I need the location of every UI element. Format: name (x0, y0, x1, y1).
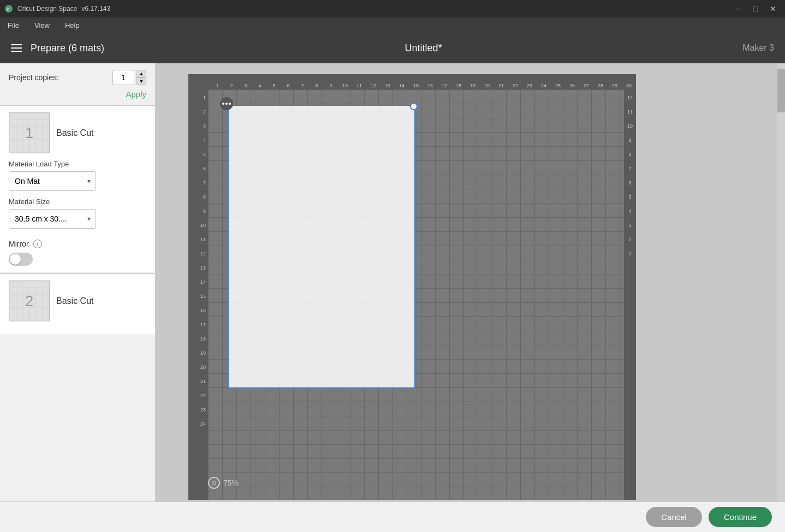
material-load-type-label: Material Load Type (9, 160, 146, 168)
ruler-num-11: 11 (352, 83, 366, 88)
scroll-area[interactable]: 1 ↓ Basic Cut Material Load Type On Mat … (0, 106, 155, 501)
ruler-num-24: 24 (537, 83, 551, 88)
ruler-num-21: 21 (494, 83, 508, 88)
dot-2 (225, 103, 228, 105)
ruler-num-2: 2 (224, 83, 239, 88)
zoom-icon[interactable]: ⊖ (208, 477, 220, 489)
mirror-label: Mirror (9, 240, 29, 248)
stepper-down-button[interactable]: ▼ (136, 77, 146, 85)
apply-button[interactable]: Apply (126, 89, 146, 99)
hamburger-menu-icon[interactable] (11, 44, 22, 52)
zoom-indicator: ⊖ 75% (208, 477, 239, 489)
mat-thumbnail-1[interactable]: 1 ↓ (9, 112, 50, 153)
project-title: Untitled* (405, 43, 442, 54)
canvas-area: cricut 1 2 3 4 5 6 7 8 9 10 11 12 13 14 (156, 63, 785, 501)
mat-thumbnail-arrow: ↓ (28, 145, 31, 151)
machine-label: Maker 3 (742, 43, 774, 53)
app-header: Prepare (6 mats) Untitled* Maker 3 (0, 33, 785, 63)
material-size-label: Material Size (9, 198, 146, 206)
ruler-num-9: 9 (324, 83, 338, 88)
ruler-num-10: 10 (338, 83, 352, 88)
mat-canvas-wrapper: cricut 1 2 3 4 5 6 7 8 9 10 11 12 13 14 (188, 74, 636, 500)
mirror-info-icon[interactable]: i (33, 240, 42, 248)
ruler-num-4: 4 (253, 83, 267, 88)
ruler-num-28: 28 (593, 83, 608, 88)
menu-bar: File View Help (0, 17, 785, 33)
mat-card-1: 1 ↓ Basic Cut Material Load Type On Mat … (0, 106, 155, 272)
ruler-top: 1 2 3 4 5 6 7 8 9 10 11 12 13 14 15 16 1 (188, 74, 636, 89)
menu-help[interactable]: Help (62, 20, 83, 31)
ruler-num-17: 17 (437, 83, 451, 88)
mat-number-1: 1 (25, 124, 34, 142)
svg-text:c: c (7, 7, 9, 12)
cut-handle-tr[interactable] (410, 103, 418, 110)
ruler-num-12: 12 (366, 83, 380, 88)
app-name: Cricut Design Space (17, 5, 77, 13)
grid-area (208, 89, 624, 500)
mat-card-2: 2 ↓ Basic Cut (0, 274, 155, 334)
ruler-num-30: 30 (622, 83, 636, 88)
mat-thumbnail-arrow-2: ↓ (28, 313, 31, 319)
main-layout: Project copies: ▲ ▼ Apply 1 ↓ (0, 63, 785, 501)
ruler-num-27: 27 (579, 83, 593, 88)
mat-canvas: cricut 1 2 3 4 5 6 7 8 9 10 11 12 13 14 (188, 74, 636, 500)
ruler-num-23: 23 (522, 83, 537, 88)
mat-number-2: 2 (25, 292, 34, 310)
left-panel: Project copies: ▲ ▼ Apply 1 ↓ (0, 63, 156, 501)
toggle-knob (10, 254, 21, 265)
ruler-num-25: 25 (551, 83, 565, 88)
canvas-scrollbar[interactable] (777, 63, 785, 501)
mat-name-1: Basic Cut (56, 128, 93, 138)
mat-thumbnail-2[interactable]: 2 ↓ (9, 280, 50, 321)
ruler-num-29: 29 (608, 83, 622, 88)
dot-3 (229, 103, 231, 105)
project-copies-input[interactable] (112, 70, 134, 85)
project-copies-label: Project copies: (9, 73, 59, 82)
ruler-num-14: 14 (395, 83, 409, 88)
project-copies-row: Project copies: ▲ ▼ (0, 63, 155, 89)
ruler-num-19: 19 (466, 83, 480, 88)
continue-button[interactable]: Continue (709, 507, 772, 527)
ruler-num-18: 18 (451, 83, 466, 88)
material-size-wrapper: 30.5 cm x 30.... 30.5 cm x 61 cm (9, 209, 96, 229)
maximize-button[interactable]: □ (748, 1, 763, 16)
material-load-type-select[interactable]: On Mat Without Mat (9, 171, 96, 191)
dot-1 (222, 103, 224, 105)
stepper-up-button[interactable]: ▲ (136, 70, 146, 77)
project-copies-stepper: ▲ ▼ (112, 70, 146, 85)
menu-view[interactable]: View (31, 20, 53, 31)
ruler-num-26: 26 (565, 83, 579, 88)
cricut-logo-icon: c (4, 4, 13, 13)
material-load-type-wrapper: On Mat Without Mat (9, 171, 96, 191)
ruler-left: 1 2 3 4 5 6 7 8 9 10 11 12 13 14 15 16 1 (188, 89, 208, 500)
ruler-right: 12 11 10 9 8 7 6 5 4 3 2 1 (624, 89, 636, 500)
ruler-num-7: 7 (295, 83, 310, 88)
canvas-scrollbar-thumb[interactable] (777, 69, 785, 112)
close-button[interactable]: ✕ (765, 1, 781, 16)
app-version: v6.17.143 (81, 5, 110, 13)
mat-name-2: Basic Cut (56, 296, 93, 306)
ruler-num-22: 22 (508, 83, 522, 88)
ruler-num-1: 1 (210, 83, 224, 88)
zoom-percent: 75% (223, 479, 239, 487)
mirror-toggle[interactable] (9, 253, 33, 266)
title-bar: c Cricut Design Space v6.17.143 ─ □ ✕ (0, 0, 785, 17)
cancel-button[interactable]: Cancel (646, 507, 702, 527)
ruler-num-3: 3 (239, 83, 253, 88)
ruler-num-16: 16 (423, 83, 437, 88)
cut-rectangle[interactable] (228, 105, 415, 388)
ruler-num-13: 13 (380, 83, 395, 88)
menu-file[interactable]: File (4, 20, 22, 31)
ruler-num-5: 5 (267, 83, 281, 88)
cut-handle-dots[interactable] (220, 97, 233, 110)
ruler-num-20: 20 (480, 83, 494, 88)
page-title: Prepare (6 mats) (31, 43, 104, 54)
ruler-num-6: 6 (281, 83, 295, 88)
bottom-bar: Cancel Continue (0, 501, 785, 532)
minimize-button[interactable]: ─ (730, 1, 746, 16)
material-size-select[interactable]: 30.5 cm x 30.... 30.5 cm x 61 cm (9, 209, 96, 229)
mirror-row: Mirror i (9, 240, 146, 248)
ruler-num-15: 15 (409, 83, 423, 88)
ruler-num-8: 8 (310, 83, 324, 88)
